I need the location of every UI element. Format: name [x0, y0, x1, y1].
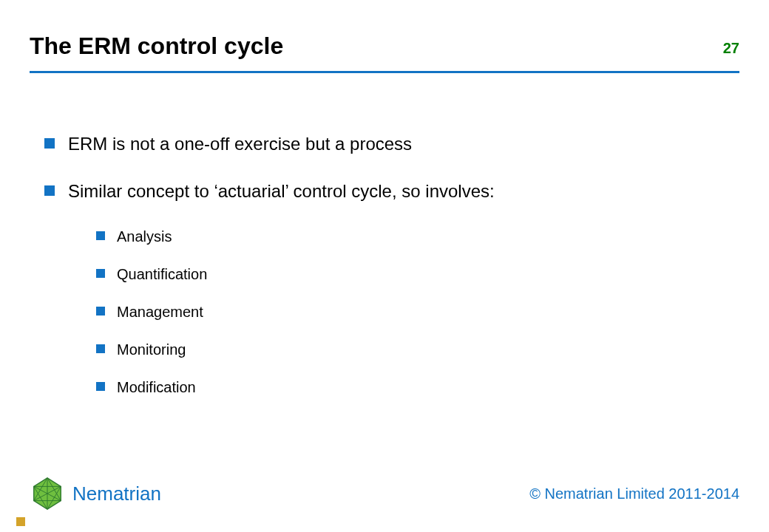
slide-title: The ERM control cycle — [30, 33, 283, 60]
sub-bullet-list: Analysis Quantification Management Monit… — [96, 228, 725, 397]
bullet-marker-icon — [96, 269, 105, 278]
bullet-marker-icon — [96, 231, 105, 240]
page-number: 27 — [723, 40, 739, 60]
bullet-text: Similar concept to ‘actuarial’ control c… — [68, 180, 495, 202]
bullet-level2: Management — [96, 303, 725, 321]
corner-square-icon — [16, 517, 25, 526]
slide: The ERM control cycle 27 ERM is not a on… — [0, 0, 769, 532]
bullet-level2: Quantification — [96, 265, 725, 284]
bullet-level1: ERM is not a one-off exercise but a proc… — [44, 133, 725, 155]
slide-header: The ERM control cycle 27 — [30, 33, 739, 60]
bullet-text: Analysis — [117, 228, 172, 246]
slide-body: ERM is not a one-off exercise but a proc… — [44, 133, 725, 416]
bullet-text: Quantification — [117, 265, 207, 284]
bullet-text: Modification — [117, 378, 196, 397]
bullet-text: Management — [117, 303, 203, 321]
bullet-level2: Modification — [96, 378, 725, 397]
title-underline — [30, 71, 739, 73]
bullet-level1: Similar concept to ‘actuarial’ control c… — [44, 180, 725, 202]
brand-logo-icon — [30, 476, 65, 511]
bullet-text: ERM is not a one-off exercise but a proc… — [68, 133, 412, 155]
bullet-marker-icon — [96, 344, 105, 353]
brand-name: Nematrian — [72, 482, 161, 505]
bullet-text: Monitoring — [117, 341, 186, 359]
slide-footer: Nematrian © Nematrian Limited 2011-2014 — [30, 476, 739, 511]
brand: Nematrian — [30, 476, 161, 511]
bullet-marker-icon — [44, 185, 55, 196]
bullet-marker-icon — [44, 138, 55, 149]
bullet-level2: Monitoring — [96, 341, 725, 359]
bullet-marker-icon — [96, 307, 105, 316]
copyright-text: © Nematrian Limited 2011-2014 — [529, 485, 739, 502]
bullet-level2: Analysis — [96, 228, 725, 246]
bullet-marker-icon — [96, 382, 105, 391]
